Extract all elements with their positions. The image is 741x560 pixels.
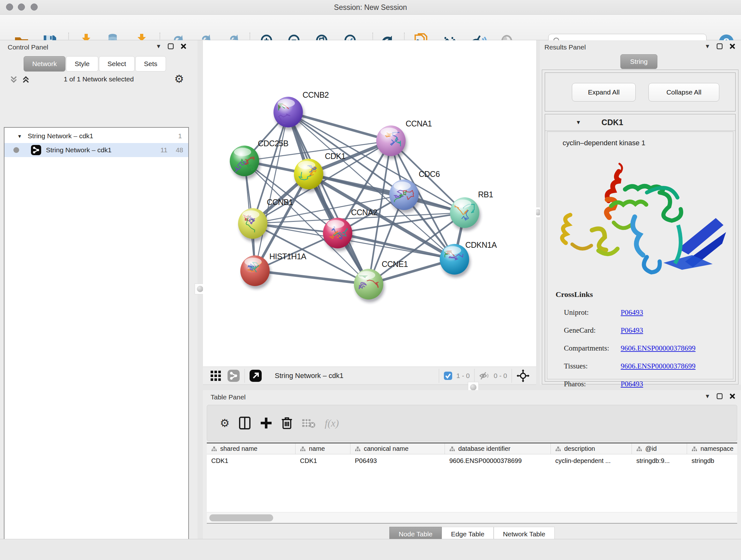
tree-expander-icon[interactable]: ▼ xyxy=(17,133,22,139)
column-type-icon xyxy=(636,446,642,451)
table-cell[interactable]: stringdb xyxy=(687,454,737,467)
crosslink-value-link[interactable]: P06493 xyxy=(621,326,643,334)
table-horizontal-scrollbar[interactable] xyxy=(207,512,737,523)
scrollbar-thumb[interactable] xyxy=(209,514,273,521)
hidden-eye-slash-icon[interactable] xyxy=(479,371,490,381)
node-CDC6[interactable]: CDC6 xyxy=(389,170,440,213)
function-builder-icon[interactable]: f(x) xyxy=(325,417,339,429)
table-cell[interactable]: CDK1 xyxy=(207,454,295,467)
crosslink-value-link[interactable]: P06493 xyxy=(621,380,643,388)
main-toolbar: ? xyxy=(0,15,741,40)
column-type-icon xyxy=(691,446,697,451)
node-CDC25B[interactable]: CDC25B xyxy=(230,139,288,179)
results-panel-close-icon[interactable] xyxy=(729,43,736,50)
node-CDKN1A[interactable]: CDKN1A xyxy=(440,240,497,277)
table-panel-title: Table Panel xyxy=(211,393,246,401)
table-cell[interactable]: cyclin-dependent ... xyxy=(551,454,632,467)
node-CCNB1[interactable]: CCNB1 xyxy=(238,198,293,242)
crosslink-label: Uniprot: xyxy=(564,308,621,317)
node-label-CCNA2: CCNA2 xyxy=(351,208,377,217)
crosslinks-title: CrossLinks xyxy=(556,290,593,299)
control-tab-select[interactable]: Select xyxy=(99,56,135,71)
network-name: String Network – cdk1 xyxy=(46,146,111,154)
column-header-namespace[interactable]: namespace xyxy=(687,443,737,454)
network-canvas[interactable]: CCNB2CCNA1CDC25BCDK1CDC6RB1CCNB1CCNA2CDK… xyxy=(203,40,536,367)
results-tab-string[interactable]: String xyxy=(620,54,657,69)
table-cell[interactable]: P06493 xyxy=(350,454,445,467)
table-cell[interactable]: CDK1 xyxy=(295,454,350,467)
node-CCNE1[interactable]: CCNE1 xyxy=(354,260,408,302)
pan-crosshair-icon[interactable] xyxy=(516,369,530,382)
column-header-canonical-name[interactable]: canonical name xyxy=(350,443,445,454)
navbar-separator xyxy=(474,369,475,383)
control-panel-menu-caret[interactable]: ▼ xyxy=(156,43,161,50)
arrow-up-right-icon xyxy=(249,369,262,382)
collection-name: String Network – cdk1 xyxy=(28,132,93,140)
node-label-CCNB1: CCNB1 xyxy=(267,198,293,206)
table-cell[interactable]: 9606.ENSP00000378699 xyxy=(445,454,551,467)
show-columns-icon[interactable] xyxy=(239,416,251,430)
results-panel-menu-caret[interactable]: ▼ xyxy=(704,43,711,50)
navbar-separator xyxy=(439,369,439,383)
current-network-title: String Network – cdk1 xyxy=(275,372,343,380)
column-header-label: database identifier xyxy=(458,445,510,452)
edge-HIST1H1A-CCNE1[interactable] xyxy=(255,271,368,284)
column-header-description[interactable]: description xyxy=(551,443,632,454)
column-header-database-identifier[interactable]: database identifier xyxy=(445,443,551,454)
control-tab-network[interactable]: Network xyxy=(23,56,65,71)
table-panel-menu-caret[interactable]: ▼ xyxy=(704,393,711,400)
left-splitter[interactable] xyxy=(198,40,203,539)
window-title: Session: New Session xyxy=(0,3,741,12)
network-type-button[interactable] xyxy=(227,369,240,382)
column-type-icon xyxy=(211,446,217,451)
control-panel-float-icon[interactable] xyxy=(167,43,174,50)
node-RB1[interactable]: RB1 xyxy=(450,190,493,231)
table-options-gear-icon[interactable]: ⚙ xyxy=(220,418,229,428)
column-header-@id[interactable]: @id xyxy=(632,443,687,454)
node-HIST1H1A[interactable]: HIST1H1A xyxy=(240,252,307,289)
column-header-name[interactable]: name xyxy=(295,443,350,454)
results-content-box: Expand All Collapse All ▼ CDK1 cyclin–de… xyxy=(542,70,738,384)
node-label-CCNE1: CCNE1 xyxy=(382,260,408,268)
column-header-label: canonical name xyxy=(364,445,408,452)
node-CCNB2[interactable]: CCNB2 xyxy=(273,90,329,130)
node-label-CDC6: CDC6 xyxy=(419,170,440,179)
table-panel-float-icon[interactable] xyxy=(716,393,723,400)
open-in-window-button[interactable] xyxy=(249,369,262,382)
share-badge-icon xyxy=(227,369,240,382)
network-status-dot xyxy=(13,147,19,153)
column-header-label: namespace xyxy=(700,445,733,452)
node-label-CDKN1A: CDKN1A xyxy=(465,240,497,249)
delete-column-trash-icon[interactable] xyxy=(281,416,293,430)
network-graph[interactable]: CCNB2CCNA1CDC25BCDK1CDC6RB1CCNB1CCNA2CDK… xyxy=(203,40,536,367)
gene-expander-icon[interactable]: ▼ xyxy=(576,119,581,126)
control-panel-tabs: NetworkStyleSelectSets xyxy=(23,56,166,71)
crosslink-value-link[interactable]: 9606.ENSP00000378699 xyxy=(621,362,696,370)
network-row-selected[interactable]: String Network – cdk1 11 48 xyxy=(4,143,188,157)
crosslink-value-link[interactable]: 9606.ENSP00000378699 xyxy=(621,344,696,353)
crosslink-value-link[interactable]: P06493 xyxy=(621,308,643,317)
crosslink-row: Tissues:9606.ENSP00000378699 xyxy=(564,357,730,375)
expand-all-button[interactable]: Expand All xyxy=(572,83,636,102)
birds-eye-view-button[interactable] xyxy=(210,370,221,381)
delete-table-icon[interactable] xyxy=(301,417,316,429)
results-panel-float-icon[interactable] xyxy=(716,43,723,50)
control-tab-sets[interactable]: Sets xyxy=(135,56,166,71)
table-panel-close-icon[interactable] xyxy=(729,393,736,400)
collapse-all-button[interactable]: Collapse All xyxy=(649,83,719,102)
add-column-icon[interactable] xyxy=(260,417,272,429)
selected-checkbox-icon[interactable] xyxy=(444,371,453,380)
status-bar: Memory xyxy=(0,539,741,560)
column-header-shared-name[interactable]: shared name xyxy=(207,443,295,454)
table-cell[interactable]: stringdb:9... xyxy=(632,454,687,467)
control-tab-style[interactable]: Style xyxy=(66,56,98,71)
column-header-label: @id xyxy=(645,445,657,452)
network-options-gear-icon[interactable]: ⚙ xyxy=(174,73,184,84)
control-panel-close-icon[interactable] xyxy=(180,43,187,50)
results-panel-title: Results Panel xyxy=(544,44,586,51)
network-collection-row[interactable]: ▼ String Network – cdk1 1 xyxy=(4,129,188,143)
node-label-CCNB2: CCNB2 xyxy=(302,90,329,99)
network-view-toolbar: String Network – cdk1 1 - 0 0 - 0 xyxy=(203,367,536,385)
node-label-CCNA1: CCNA1 xyxy=(406,119,432,128)
gene-section-header[interactable]: ▼ CDK1 xyxy=(545,114,735,131)
